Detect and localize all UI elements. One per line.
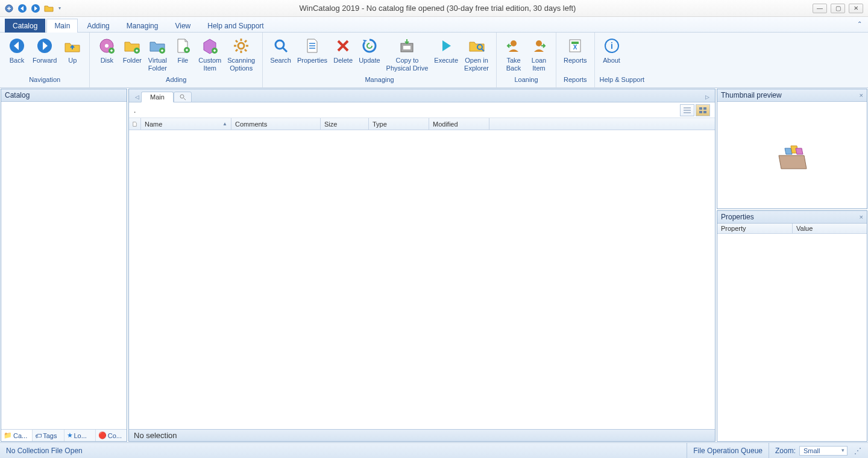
- properties-grid-body[interactable]: [717, 234, 867, 441]
- queue-label: File Operation Queue: [693, 447, 763, 455]
- left-tab-catalog[interactable]: 📁Ca...: [1, 429, 33, 441]
- contacts-tab-icon: 🔴: [98, 431, 107, 439]
- left-tab-tags-label: Tags: [43, 432, 57, 439]
- vfolder-label: Virtual Folder: [148, 57, 167, 72]
- qat-dropdown-icon[interactable]: ▾: [57, 3, 63, 14]
- center-status: No selection: [129, 429, 715, 441]
- left-panel-tabs: 📁Ca... 🏷Tags ★Lo... 🔴Co...: [1, 429, 127, 441]
- file-button[interactable]: File: [171, 35, 195, 75]
- app-icon[interactable]: [4, 3, 14, 14]
- tab-managing[interactable]: Managing: [119, 19, 166, 33]
- copy-to-button[interactable]: Copy to Physical Drive: [384, 35, 431, 75]
- left-tab-lo-label: Lo...: [74, 432, 87, 439]
- delete-button[interactable]: Delete: [331, 35, 355, 75]
- svg-rect-44: [699, 111, 702, 113]
- open-explorer-button[interactable]: Open in Explorer: [462, 35, 491, 75]
- catalog-panel-title: Catalog: [5, 91, 30, 99]
- col-comments-label: Comments: [235, 121, 267, 128]
- current-path: .: [134, 106, 136, 114]
- minimize-button[interactable]: ―: [813, 4, 827, 13]
- prop-col-value[interactable]: Value: [793, 224, 867, 233]
- update-button[interactable]: Update: [356, 35, 382, 75]
- take-back-button[interactable]: Take Back: [502, 35, 526, 75]
- tab-main[interactable]: Main: [46, 19, 78, 33]
- ribbon-collapse-icon[interactable]: ⌃: [857, 20, 862, 27]
- svg-point-30: [511, 40, 517, 46]
- left-tab-catalog-label: Ca...: [13, 432, 27, 439]
- search-button[interactable]: Search: [268, 35, 294, 75]
- file-list[interactable]: [129, 130, 715, 429]
- left-tab-co-label: Co...: [108, 432, 122, 439]
- group-name-managing: Managing: [268, 76, 491, 84]
- col-type[interactable]: Type: [369, 118, 429, 130]
- file-operation-queue[interactable]: File Operation Queue: [687, 443, 769, 458]
- svg-point-12: [238, 43, 244, 49]
- col-modified[interactable]: Modified: [429, 118, 489, 130]
- qat-back-icon[interactable]: [17, 3, 28, 14]
- update-label: Update: [359, 57, 380, 64]
- path-bar: .: [129, 102, 715, 118]
- tab-adding[interactable]: Adding: [79, 19, 117, 33]
- reports-button[interactable]: XReports: [561, 35, 590, 75]
- center-tab-search[interactable]: [174, 92, 192, 102]
- col-name[interactable]: Name▲: [141, 118, 231, 130]
- forward-button[interactable]: Forward: [30, 35, 59, 75]
- reports-label: Reports: [564, 57, 587, 64]
- thumbnail-header: Thumbnail preview×: [717, 89, 867, 102]
- up-button[interactable]: Up: [60, 35, 84, 75]
- center-tab-main[interactable]: Main: [141, 92, 174, 102]
- svg-rect-45: [703, 111, 706, 113]
- ribbon-group-reports: XReports Reports: [556, 33, 595, 87]
- center-panel: ◁ Main ▷ . Name▲ Comments Size Type Modi…: [128, 89, 715, 442]
- qat-folder-icon[interactable]: [43, 3, 54, 14]
- zoom-select[interactable]: Small: [799, 446, 848, 456]
- tab-view[interactable]: View: [167, 19, 198, 33]
- left-tab-tags[interactable]: 🏷Tags: [33, 430, 64, 441]
- disk-label: Disk: [101, 57, 113, 64]
- tab-help[interactable]: Help and Support: [200, 19, 271, 33]
- left-tab-contacts[interactable]: 🔴Co...: [96, 430, 127, 441]
- catalog-tree[interactable]: [1, 102, 127, 429]
- window-buttons: ― ▢ ✕: [813, 4, 868, 13]
- qat-forward-icon[interactable]: [30, 3, 41, 14]
- resize-grip-icon[interactable]: ⋰: [854, 447, 862, 455]
- tab-scroll-left-icon[interactable]: ◁: [133, 92, 141, 102]
- properties-grid-header: Property Value: [717, 224, 867, 234]
- tab-scroll-right-icon[interactable]: ▷: [703, 92, 711, 102]
- thumbnail-close-icon[interactable]: ×: [860, 92, 863, 99]
- svg-point-21: [275, 40, 284, 49]
- about-button[interactable]: iAbout: [600, 35, 624, 75]
- virtual-folder-button[interactable]: Virtual Folder: [145, 35, 169, 75]
- svg-text:i: i: [611, 41, 613, 51]
- properties-button[interactable]: Properties: [295, 35, 330, 75]
- view-thumbs-button[interactable]: [696, 104, 710, 116]
- prop-col-property[interactable]: Property: [717, 224, 793, 233]
- disk-button[interactable]: Disk: [95, 35, 119, 75]
- loan-item-button[interactable]: Loan Item: [527, 35, 551, 75]
- left-tab-locations[interactable]: ★Lo...: [64, 430, 96, 441]
- maximize-button[interactable]: ▢: [831, 4, 845, 13]
- col-size[interactable]: Size: [321, 118, 369, 130]
- close-button[interactable]: ✕: [849, 4, 863, 13]
- folder-button[interactable]: Folder: [120, 35, 144, 75]
- list-column-headers: Name▲ Comments Size Type Modified: [129, 118, 715, 130]
- selection-status: No selection: [134, 431, 177, 440]
- tab-catalog[interactable]: Catalog: [5, 19, 45, 33]
- scanopt-label: Scanning Options: [227, 57, 255, 72]
- col-name-label: Name: [145, 121, 162, 128]
- ribbon: Back Forward Up Navigation Disk Folder V…: [0, 33, 868, 88]
- window-title: WinCatalog 2019 - No catalog file opened…: [63, 4, 813, 13]
- ribbon-group-loaning: Take Back Loan Item Loaning: [497, 33, 556, 87]
- col-icon[interactable]: [129, 118, 141, 130]
- file-label: File: [177, 57, 188, 64]
- custom-item-button[interactable]: Custom Item: [196, 35, 224, 75]
- col-comments[interactable]: Comments: [231, 118, 321, 130]
- view-list-button[interactable]: [680, 104, 694, 116]
- scanning-options-button[interactable]: Scanning Options: [225, 35, 257, 75]
- properties-title: Properties: [721, 213, 754, 221]
- back-button[interactable]: Back: [5, 35, 29, 75]
- ribbon-group-navigation: Back Forward Up Navigation: [0, 33, 90, 87]
- properties-close-icon[interactable]: ×: [860, 213, 863, 221]
- col-type-label: Type: [373, 121, 387, 128]
- execute-button[interactable]: Execute: [432, 35, 461, 75]
